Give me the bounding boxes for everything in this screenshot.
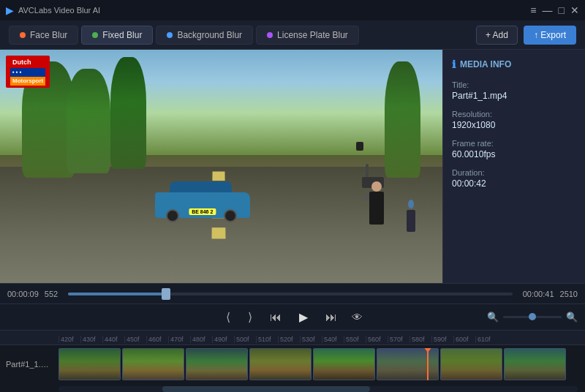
face-blur-dot [20, 32, 26, 38]
media-info-title: MEDIA INFO [460, 59, 511, 69]
fixed-blur-dot [92, 32, 98, 38]
info-framerate-row: Frame rate: 60.0010fps [452, 139, 576, 159]
clip[interactable] [122, 348, 184, 380]
zoom-controls: 🔍 🔍 [487, 312, 578, 323]
play-button[interactable]: ▶ [296, 307, 311, 327]
ruler-mark: 420f [58, 336, 80, 343]
tab-face-blur[interactable]: Face Blur [9, 26, 78, 45]
video-area[interactable]: Dutch ▪▪▪ Motorsport BE 846 2 [0, 50, 442, 283]
app-title: AVCLabs Video Blur AI [18, 6, 526, 15]
zoom-out-icon[interactable]: 🔍 [487, 312, 499, 323]
scrubber-filled [68, 293, 166, 295]
ruler-marks: 420f430f440f450f460f470f480f490f500f510f… [58, 336, 497, 343]
ruler-mark: 510f [256, 336, 278, 343]
duration-value: 00:00:42 [452, 178, 576, 189]
current-time: 00:00:09 [7, 290, 39, 298]
camera-mic [366, 164, 369, 177]
zoom-in-icon[interactable]: 🔍 [566, 312, 578, 323]
ruler-mark: 590f [431, 336, 453, 343]
clip[interactable] [440, 348, 502, 380]
license-plate: BE 846 2 [189, 208, 216, 215]
ruler-mark: 540f [322, 336, 344, 343]
clip[interactable] [249, 348, 312, 380]
tab-background-blur-label: Background Blur [177, 30, 242, 40]
duration-label: Duration: [452, 168, 576, 177]
clip[interactable] [313, 348, 375, 380]
tab-face-blur-label: Face Blur [30, 30, 67, 40]
logo-icons: ▪▪▪ [10, 68, 45, 77]
toolbar: Face Blur Fixed Blur Background Blur Lic… [0, 20, 585, 50]
title-value: Part#1_1.mp4 [452, 91, 576, 101]
close-icon[interactable]: ✕ [570, 4, 579, 16]
scrubber-track[interactable] [68, 293, 513, 295]
scrollbar-track[interactable] [58, 386, 578, 392]
clip[interactable] [186, 348, 248, 380]
tab-fixed-blur[interactable]: Fixed Blur [81, 26, 153, 45]
framerate-value: 60.0010fps [452, 149, 576, 159]
window-controls[interactable]: ≡ — □ ✕ [530, 4, 579, 16]
step-forward-button[interactable]: ⟩ [245, 307, 255, 327]
camera-person [362, 166, 399, 225]
ruler-mark: 580f [410, 336, 431, 343]
maximize-icon[interactable]: □ [559, 4, 565, 16]
tab-fixed-blur-label: Fixed Blur [102, 30, 142, 40]
ruler-mark: 570f [388, 336, 410, 343]
clip[interactable] [58, 348, 121, 380]
minimize-icon[interactable]: — [543, 4, 553, 16]
logo-motorsport: Motorsport [10, 77, 45, 86]
video-preview: Dutch ▪▪▪ Motorsport BE 846 2 [0, 50, 442, 283]
controls-bar: ⟨ ⟩ ⏮ ▶ ⏭ 👁 🔍 🔍 [0, 304, 585, 331]
playhead-arrow [423, 348, 432, 353]
export-button[interactable]: ↑ Export [524, 26, 576, 45]
add-button[interactable]: + Add [476, 26, 518, 45]
end-time: 00:00:41 [523, 290, 554, 298]
clip[interactable] [504, 348, 566, 380]
playhead[interactable] [427, 348, 429, 380]
ruler-mark: 610f [475, 336, 497, 343]
export-arrow-icon: ↑ [534, 30, 540, 40]
tab-license-plate-blur[interactable]: License Plate Blur [256, 26, 359, 45]
info-resolution-row: Resolution: 1920x1080 [452, 110, 576, 130]
skip-back-button[interactable]: ⏮ [267, 308, 284, 327]
camera-person-2 [402, 200, 420, 232]
tab-background-blur[interactable]: Background Blur [156, 26, 253, 45]
end-frame: 2510 [560, 290, 578, 298]
current-frame: 552 [45, 290, 58, 298]
car: BE 846 2 [155, 178, 250, 218]
title-label: Title: [452, 80, 576, 89]
scrubber-bar[interactable]: 00:00:09 552 00:00:41 2510 [0, 284, 585, 304]
ruler-mark: 530f [300, 336, 322, 343]
background-blur-dot [167, 32, 173, 38]
clip[interactable] [377, 348, 439, 380]
logo-dutch: Dutch [10, 58, 45, 68]
main-content: Dutch ▪▪▪ Motorsport BE 846 2 [0, 50, 585, 284]
scrubber-thumb[interactable] [162, 288, 170, 300]
ruler-mark: 460f [146, 336, 168, 343]
skip-forward-button[interactable]: ⏭ [322, 308, 340, 327]
track-label: Part#1_1.mp4 [0, 360, 58, 369]
step-back-button[interactable]: ⟨ [223, 307, 233, 327]
scrollbar-thumb[interactable] [162, 386, 370, 392]
media-info-panel: ℹ MEDIA INFO Title: Part#1_1.mp4 Resolut… [442, 50, 585, 283]
tab-license-plate-label: License Plate Blur [277, 30, 348, 40]
hamburger-icon[interactable]: ≡ [530, 4, 536, 16]
ruler-mark: 450f [124, 336, 146, 343]
ruler-mark: 500f [234, 336, 256, 343]
ruler-mark: 470f [168, 336, 190, 343]
ruler-mark: 480f [190, 336, 212, 343]
export-label: Export [540, 30, 566, 40]
titlebar: ▶ AVCLabs Video Blur AI ≡ — □ ✕ [0, 0, 585, 20]
zoom-thumb[interactable] [529, 313, 536, 320]
toolbar-actions: + Add ↑ Export [476, 26, 576, 45]
timeline-section: 420f430f440f450f460f470f480f490f500f510f… [0, 331, 585, 392]
resolution-value: 1920x1080 [452, 120, 576, 130]
ruler-mark: 520f [278, 336, 300, 343]
info-duration-row: Duration: 00:00:42 [452, 168, 576, 189]
zoom-track[interactable] [503, 316, 562, 318]
info-title-row: Title: Part#1_1.mp4 [452, 80, 576, 101]
resolution-label: Resolution: [452, 110, 576, 118]
track-content[interactable] [58, 348, 585, 380]
visibility-icon[interactable]: 👁 [352, 311, 363, 323]
person-body [369, 192, 384, 225]
camera-lens [356, 142, 363, 151]
